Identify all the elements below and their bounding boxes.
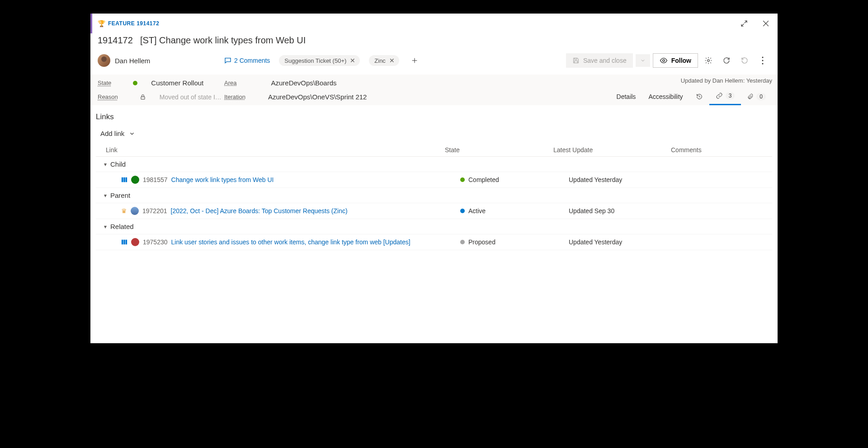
links-table-header: Link State Latest Update Comments [96, 144, 772, 157]
more-actions-button[interactable] [755, 53, 770, 68]
link-id: 1975230 [143, 238, 168, 246]
svg-point-4 [762, 63, 764, 65]
col-comments[interactable]: Comments [671, 146, 772, 154]
link-group-header[interactable]: ▾ Parent [96, 188, 772, 203]
chevron-down-icon[interactable]: ▾ [104, 224, 107, 230]
assignee-name: Dan Hellem [115, 57, 150, 65]
tag-remove-icon[interactable]: ✕ [349, 57, 356, 64]
tab-details[interactable]: Details [610, 89, 642, 105]
eye-icon [660, 57, 668, 64]
tag-chip[interactable]: Suggestion Ticket (50+) ✕ [279, 55, 360, 66]
chevron-down-icon [640, 58, 646, 63]
svg-rect-10 [123, 240, 125, 245]
state-dot-icon [133, 81, 137, 85]
link-state: Completed [468, 176, 499, 183]
reason-value: Moved out of state In Pro [160, 93, 224, 101]
state-dot-icon [460, 240, 465, 244]
area-value: AzureDevOps\Boards [271, 79, 336, 87]
group-name: Related [110, 223, 134, 230]
tab-history[interactable] [689, 89, 709, 105]
kebab-icon [762, 56, 764, 65]
iteration-value: AzureDevOps\OneVS\Sprint 212 [268, 93, 367, 101]
plus-icon [411, 57, 418, 64]
gear-icon [704, 56, 712, 65]
svg-rect-5 [141, 97, 145, 99]
work-item-type-label: FEATURE 1914172 [108, 20, 159, 27]
link-title[interactable]: [2022, Oct - Dec] Azure Boards: Top Cust… [171, 207, 348, 215]
svg-rect-8 [126, 177, 127, 182]
comment-icon [224, 57, 231, 64]
col-link[interactable]: Link [106, 146, 445, 154]
svg-point-1 [708, 60, 710, 62]
work-item-title[interactable]: [ST] Change work link types from Web UI [140, 35, 306, 46]
fields-bar: State Customer Rollout Area AzureDevOps\… [90, 75, 778, 105]
link-icon [716, 92, 723, 99]
work-item-header: 🏆 FEATURE 1914172 [90, 14, 778, 33]
comments-link[interactable]: 2 Comments [224, 57, 270, 64]
chevron-down-icon [129, 131, 135, 137]
close-icon[interactable] [760, 17, 772, 30]
link-updated: Updated Sep 30 [569, 207, 686, 215]
link-row[interactable]: 1981557 Change work link types from Web … [96, 172, 772, 188]
reason-field[interactable]: Reason Moved out of state In Pro [98, 93, 224, 101]
lock-icon [140, 94, 146, 100]
tab-links[interactable]: 3 [709, 88, 741, 105]
board-icon [121, 239, 127, 245]
save-split-button[interactable] [636, 54, 650, 67]
links-section: Links Add link Link State Latest Update … [90, 105, 778, 257]
save-icon [572, 57, 580, 64]
svg-point-0 [662, 60, 665, 62]
link-group-header[interactable]: ▾ Related [96, 219, 772, 234]
iteration-label: Iteration [224, 93, 245, 100]
follow-button[interactable]: Follow [653, 53, 698, 68]
chevron-down-icon[interactable]: ▾ [104, 161, 107, 168]
assignee-picker[interactable]: Dan Hellem [98, 54, 215, 67]
add-tag-button[interactable] [408, 56, 421, 65]
state-label: State [98, 79, 111, 86]
save-and-close-button[interactable]: Save and close [566, 53, 633, 68]
chevron-down-icon[interactable]: ▾ [104, 192, 107, 199]
tag-chip[interactable]: Zinc ✕ [369, 55, 399, 66]
link-title[interactable]: Change work link types from Web UI [171, 176, 274, 183]
tag-remove-icon[interactable]: ✕ [388, 57, 396, 64]
avatar [131, 176, 139, 184]
board-icon [121, 177, 127, 183]
tag-label: Zinc [374, 57, 386, 64]
col-state[interactable]: State [445, 146, 553, 154]
area-label: Area [224, 79, 236, 86]
link-updated: Updated Yesterday [569, 176, 686, 183]
avatar [131, 238, 139, 246]
links-title: Links [96, 112, 772, 121]
link-row[interactable]: ♛ 1972201 [2022, Oct - Dec] Azure Boards… [96, 203, 772, 219]
updated-by-text: Updated by Dan Hellem: Yesterday [681, 77, 772, 84]
state-field[interactable]: State Customer Rollout [98, 79, 224, 87]
avatar [131, 207, 139, 215]
comments-count: 2 Comments [234, 57, 270, 64]
link-row[interactable]: 1975230 Link user stories and issues to … [96, 234, 772, 250]
link-title[interactable]: Link user stories and issues to other wo… [171, 238, 410, 246]
state-dot-icon [460, 177, 465, 182]
tab-attachments[interactable]: 0 [741, 89, 772, 105]
tab-accessibility[interactable]: Accessibility [642, 89, 689, 105]
type-id: 1914172 [137, 20, 159, 27]
undo-button[interactable] [737, 53, 752, 68]
group-name: Child [110, 160, 126, 168]
settings-button[interactable] [701, 53, 716, 68]
type-text: FEATURE [108, 20, 135, 27]
work-item-tabs: Details Accessibility 3 0 [610, 88, 772, 105]
undo-icon [741, 56, 749, 65]
attachment-icon [747, 93, 754, 100]
links-count: 3 [726, 92, 735, 99]
refresh-button[interactable] [719, 53, 734, 68]
col-latest[interactable]: Latest Update [553, 146, 671, 154]
svg-rect-7 [123, 177, 125, 182]
refresh-icon [722, 56, 731, 65]
history-icon [696, 93, 703, 100]
link-state: Proposed [468, 238, 495, 246]
add-link-button[interactable]: Add link [96, 130, 772, 137]
svg-rect-11 [126, 240, 127, 245]
link-group-header[interactable]: ▾ Child [96, 157, 772, 172]
group-name: Parent [110, 191, 130, 199]
link-id: 1972201 [142, 207, 167, 215]
expand-icon[interactable] [738, 17, 750, 30]
